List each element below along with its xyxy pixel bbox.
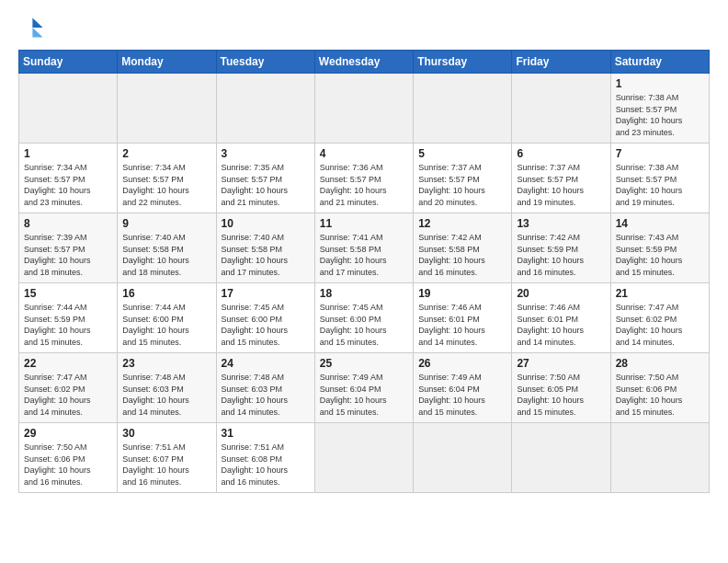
day-number: 1 (24, 147, 112, 160)
day-number: 31 (222, 427, 310, 440)
day-number: 13 (517, 217, 605, 230)
calendar-cell: 20Sunrise: 7:46 AMSunset: 6:01 PMDayligh… (512, 283, 610, 353)
day-info: Sunrise: 7:50 AMSunset: 6:05 PMDaylight:… (517, 373, 584, 417)
calendar-cell (118, 74, 216, 144)
calendar-cell (314, 423, 413, 493)
calendar-cell: 22Sunrise: 7:47 AMSunset: 6:02 PMDayligh… (19, 353, 118, 423)
logo (18, 15, 48, 40)
day-number: 15 (24, 287, 112, 300)
day-info: Sunrise: 7:49 AMSunset: 6:04 PMDaylight:… (418, 373, 485, 417)
day-info: Sunrise: 7:44 AMSunset: 6:00 PMDaylight:… (122, 303, 189, 347)
day-info: Sunrise: 7:38 AMSunset: 5:57 PMDaylight:… (616, 163, 683, 207)
calendar-cell: 1Sunrise: 7:34 AMSunset: 5:57 PMDaylight… (19, 144, 118, 213)
calendar-cell: 29Sunrise: 7:50 AMSunset: 6:06 PMDayligh… (19, 423, 118, 493)
day-number: 17 (222, 287, 310, 300)
calendar-cell: 9Sunrise: 7:40 AMSunset: 5:58 PMDaylight… (118, 213, 216, 283)
day-number: 10 (222, 217, 310, 230)
calendar-cell: 24Sunrise: 7:48 AMSunset: 6:03 PMDayligh… (216, 353, 314, 423)
calendar-cell: 5Sunrise: 7:37 AMSunset: 5:57 PMDaylight… (414, 144, 512, 213)
svg-marker-1 (32, 28, 42, 38)
calendar-cell: 10Sunrise: 7:40 AMSunset: 5:58 PMDayligh… (216, 213, 314, 283)
day-number: 1 (616, 77, 704, 90)
day-info: Sunrise: 7:45 AMSunset: 6:00 PMDaylight:… (222, 303, 289, 347)
day-info: Sunrise: 7:39 AMSunset: 5:57 PMDaylight:… (24, 233, 91, 277)
day-info: Sunrise: 7:41 AMSunset: 5:58 PMDaylight:… (320, 233, 387, 277)
calendar-cell: 21Sunrise: 7:47 AMSunset: 6:02 PMDayligh… (610, 283, 709, 353)
calendar-cell (314, 74, 413, 144)
day-info: Sunrise: 7:45 AMSunset: 6:00 PMDaylight:… (320, 303, 387, 347)
day-header-monday: Monday (118, 51, 216, 74)
day-number: 4 (320, 147, 408, 160)
day-number: 22 (24, 357, 112, 370)
calendar-cell: 25Sunrise: 7:49 AMSunset: 6:04 PMDayligh… (314, 353, 413, 423)
day-header-friday: Friday (512, 51, 610, 74)
day-info: Sunrise: 7:35 AMSunset: 5:57 PMDaylight:… (222, 163, 289, 207)
calendar-cell (216, 74, 314, 144)
day-info: Sunrise: 7:47 AMSunset: 6:02 PMDaylight:… (24, 373, 91, 417)
day-info: Sunrise: 7:44 AMSunset: 5:59 PMDaylight:… (24, 303, 91, 347)
calendar-cell: 2Sunrise: 7:34 AMSunset: 5:57 PMDaylight… (118, 144, 216, 213)
svg-marker-0 (32, 18, 42, 29)
day-number: 7 (616, 147, 704, 160)
calendar-cell: 26Sunrise: 7:49 AMSunset: 6:04 PMDayligh… (414, 353, 512, 423)
day-info: Sunrise: 7:36 AMSunset: 5:57 PMDaylight:… (320, 163, 387, 207)
day-info: Sunrise: 7:42 AMSunset: 5:58 PMDaylight:… (418, 233, 485, 277)
day-number: 8 (24, 217, 112, 230)
day-header-wednesday: Wednesday (314, 51, 413, 74)
header (18, 15, 710, 40)
day-info: Sunrise: 7:48 AMSunset: 6:03 PMDaylight:… (222, 373, 289, 417)
calendar-cell: 19Sunrise: 7:46 AMSunset: 6:01 PMDayligh… (414, 283, 512, 353)
calendar-cell (414, 74, 512, 144)
day-number: 21 (616, 287, 704, 300)
calendar-week-row: 8Sunrise: 7:39 AMSunset: 5:57 PMDaylight… (19, 213, 710, 283)
day-info: Sunrise: 7:48 AMSunset: 6:03 PMDaylight:… (122, 373, 189, 417)
day-info: Sunrise: 7:50 AMSunset: 6:06 PMDaylight:… (24, 442, 91, 487)
day-info: Sunrise: 7:49 AMSunset: 6:04 PMDaylight:… (320, 373, 387, 417)
day-number: 12 (418, 217, 506, 230)
day-number: 29 (24, 427, 112, 440)
calendar-cell: 4Sunrise: 7:36 AMSunset: 5:57 PMDaylight… (314, 144, 413, 213)
day-info: Sunrise: 7:46 AMSunset: 6:01 PMDaylight:… (418, 303, 485, 347)
day-info: Sunrise: 7:50 AMSunset: 6:06 PMDaylight:… (616, 373, 683, 417)
day-info: Sunrise: 7:37 AMSunset: 5:57 PMDaylight:… (517, 163, 584, 207)
calendar-cell: 14Sunrise: 7:43 AMSunset: 5:59 PMDayligh… (610, 213, 709, 283)
day-info: Sunrise: 7:40 AMSunset: 5:58 PMDaylight:… (222, 233, 289, 277)
day-number: 3 (222, 147, 310, 160)
day-header-thursday: Thursday (414, 51, 512, 74)
calendar-cell (414, 423, 512, 493)
day-number: 30 (122, 427, 210, 440)
day-number: 18 (320, 287, 408, 300)
day-info: Sunrise: 7:37 AMSunset: 5:57 PMDaylight:… (418, 163, 485, 207)
day-number: 23 (122, 357, 210, 370)
day-info: Sunrise: 7:46 AMSunset: 6:01 PMDaylight:… (517, 303, 584, 347)
day-info: Sunrise: 7:40 AMSunset: 5:58 PMDaylight:… (122, 233, 189, 277)
day-number: 11 (320, 217, 408, 230)
day-info: Sunrise: 7:51 AMSunset: 6:07 PMDaylight:… (122, 442, 189, 487)
day-number: 28 (616, 357, 704, 370)
calendar-cell: 6Sunrise: 7:37 AMSunset: 5:57 PMDaylight… (512, 144, 610, 213)
day-number: 26 (418, 357, 506, 370)
calendar-week-row: 1Sunrise: 7:34 AMSunset: 5:57 PMDaylight… (19, 144, 710, 213)
day-info: Sunrise: 7:34 AMSunset: 5:57 PMDaylight:… (122, 163, 189, 207)
calendar-week-row: 22Sunrise: 7:47 AMSunset: 6:02 PMDayligh… (19, 353, 710, 423)
logo-icon (18, 15, 44, 40)
day-header-tuesday: Tuesday (216, 51, 314, 74)
calendar-cell: 31Sunrise: 7:51 AMSunset: 6:08 PMDayligh… (216, 423, 314, 493)
day-info: Sunrise: 7:51 AMSunset: 6:08 PMDaylight:… (222, 442, 289, 487)
calendar-header-row: SundayMondayTuesdayWednesdayThursdayFrid… (19, 51, 710, 74)
day-info: Sunrise: 7:43 AMSunset: 5:59 PMDaylight:… (616, 233, 683, 277)
calendar-cell: 3Sunrise: 7:35 AMSunset: 5:57 PMDaylight… (216, 144, 314, 213)
day-number: 24 (222, 357, 310, 370)
calendar-cell: 8Sunrise: 7:39 AMSunset: 5:57 PMDaylight… (19, 213, 118, 283)
calendar-cell: 16Sunrise: 7:44 AMSunset: 6:00 PMDayligh… (118, 283, 216, 353)
day-number: 6 (517, 147, 605, 160)
calendar-week-row: 15Sunrise: 7:44 AMSunset: 5:59 PMDayligh… (19, 283, 710, 353)
calendar-cell: 1Sunrise: 7:38 AMSunset: 5:57 PMDaylight… (610, 74, 709, 144)
calendar-cell: 28Sunrise: 7:50 AMSunset: 6:06 PMDayligh… (610, 353, 709, 423)
calendar-cell (610, 423, 709, 493)
calendar-cell (512, 423, 610, 493)
calendar-cell: 17Sunrise: 7:45 AMSunset: 6:00 PMDayligh… (216, 283, 314, 353)
day-number: 19 (418, 287, 506, 300)
calendar-cell: 18Sunrise: 7:45 AMSunset: 6:00 PMDayligh… (314, 283, 413, 353)
day-info: Sunrise: 7:47 AMSunset: 6:02 PMDaylight:… (616, 303, 683, 347)
